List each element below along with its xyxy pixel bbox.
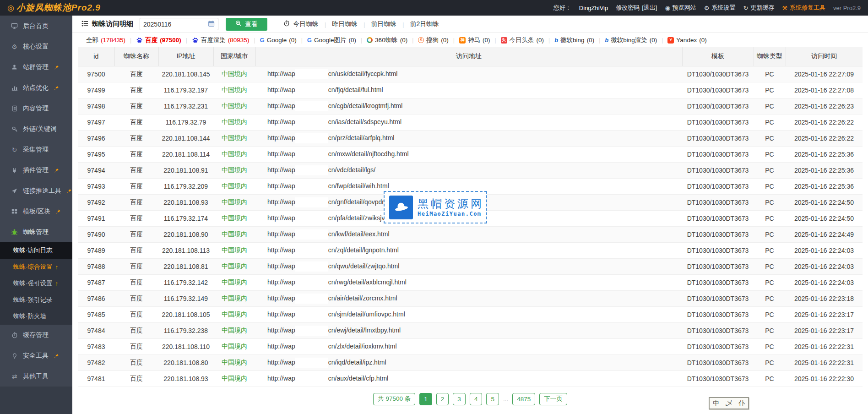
url-suffix: cn/fjq/detail/ful.html [328,86,383,93]
sidebar-item-label: 站群管理 [23,63,49,71]
sidebar-item-links-keywords[interactable]: 外链/关键词 [0,119,72,139]
cell-spider-name: 百度 [114,82,158,98]
ime-mode-icon[interactable]: 乄 [726,399,732,408]
page-button-4[interactable]: 4 [470,393,483,405]
filter-count: (0) [650,37,657,44]
cell-spider-name: 百度 [114,114,158,130]
sidebar-item-label: 站点优化 [23,84,49,92]
submenu-item-spider-force-records[interactable]: 蜘蛛·强引记录 [0,292,72,308]
sidebar-item-site-optimize[interactable]: 站点优化 [0,77,72,98]
sidebar-item-site-group[interactable]: 站群管理 [0,57,72,77]
filter-item-sogou[interactable]: S搜狗(0) [413,36,453,44]
censored-domain [295,101,328,111]
filter-item-so360[interactable]: 360蜘蛛(0) [362,36,412,44]
page-button-1[interactable]: 1 [419,393,432,405]
filter-item-bing-render[interactable]: b微软bing渲染(0) [600,36,662,44]
submenu-item-spider-force-settings[interactable]: 蜘蛛·强引设置↑ [0,275,72,292]
url-suffix: cn/qwu/detail/zwjtqo.html [328,262,400,269]
filter-label: 百度 [145,36,157,44]
region-label: 中国境内 [222,182,247,190]
filter-item-bing[interactable]: b微软bing(0) [550,36,599,44]
filter-item-baidu[interactable]: 百度(97500) [131,36,186,44]
tab-yesterday-spiders[interactable]: 昨日蜘蛛 [326,20,363,28]
submenu-item-spider-firewall[interactable]: 蜘蛛·防火墙 [0,308,72,325]
next-page-button[interactable]: 下一页 [539,393,567,405]
ime-chinese-mode[interactable]: 中 [713,399,719,408]
ime-halfwidth-icon[interactable]: 仆 [738,399,745,408]
censored-domain [295,342,328,352]
filter-count: (0) [289,37,297,44]
url-prefix: http://wap [267,342,295,349]
cell-visit-time: 2025-01-16 22:23:18 [786,290,863,306]
submenu-item-spider-general-settings[interactable]: 蜘蛛·综合设置↑ [0,259,72,275]
page-button-last[interactable]: 4875 [512,393,535,405]
page-button-5[interactable]: 5 [486,393,499,405]
tab-day-before-spiders[interactable]: 前日蜘蛛 [365,20,402,28]
sidebar-item-dashboard[interactable]: 后台首页 [0,16,72,36]
filter-item-toutiao[interactable]: 头今日头条(0) [496,36,549,44]
sidebar-item-security-tools[interactable]: 安全工具 [0,345,72,366]
cell-visit-url: http://wapcn/cgb/detail/krogtmfj.html [255,98,682,114]
calendar-icon[interactable] [208,20,215,28]
url-prefix: http://wap [267,86,295,93]
sidebar-item-other-tools[interactable]: ⇄其他工具 [0,366,72,387]
filter-item-shenma[interactable]: 神神马(0) [455,36,495,44]
filter-item-baidu-render[interactable]: 百度渲染(80935) [187,36,254,44]
sidebar-item-collect-manage[interactable]: ↻采集管理 [0,139,72,160]
cell-template: DT1030/1030DT3673 [682,146,754,162]
filter-item-yandex[interactable]: YYandex(0) [663,37,711,44]
url-prefix: http://wap [267,182,295,189]
table-row: 97494百度220.181.108.91中国境内http://wapcn/vd… [78,162,863,178]
region-label: 中国境内 [222,102,247,109]
refresh-cache-link[interactable]: ↻更新缓存 [743,4,774,12]
tab-today-spiders[interactable]: 今日蜘蛛 [277,20,325,28]
cell-visit-url: http://wapcn/air/detail/zorcmx.html [255,290,682,306]
preview-icon: ◉ [665,5,670,11]
repair-tool-link[interactable]: ⚒系统修复工具 [782,4,825,12]
sidebar-item-link-push[interactable]: 链接推送工具 [0,180,72,201]
ime-language-bar[interactable]: 中 乄 仆 [709,397,749,409]
cell-region: 中国境内 [213,210,255,226]
change-password-link[interactable]: 修改密码[退出] [616,4,657,12]
preview-site-link[interactable]: ◉预览网站 [665,4,696,12]
sidebar-item-template-blocks[interactable]: 模板/区块 [0,201,72,222]
cell-ip: 116.179.32.209 [158,178,213,194]
submenu-item-spider-visit-log[interactable]: 蜘蛛·访问日志 [0,242,72,259]
col-header-id: id [78,47,114,66]
url-suffix: cn/prz/detail/arfplq.html [328,134,395,141]
filter-label: 360蜘蛛 [375,36,398,44]
cell-visit-time: 2025-01-16 22:24:03 [786,274,863,290]
url-prefix: http://wap [267,134,295,141]
app-logo: ◎ 小旋风蜘蛛池Pro2.9 [7,2,101,14]
system-settings-link[interactable]: ⚙系统设置 [704,4,736,12]
filter-item-google[interactable]: GGoogle(0) [255,37,301,44]
sidebar-item-cache-manage[interactable]: 缓存管理 [0,325,72,345]
table-row: 97496百度220.181.108.144中国境内http://wapcn/p… [78,130,863,146]
cell-visit-time: 2025-01-16 22:24:50 [786,210,863,226]
page-button-3[interactable]: 3 [453,393,466,405]
sidebar-item-spider-manage[interactable]: 蜘蛛管理 [0,222,72,242]
logout-link[interactable]: [退出] [642,4,657,12]
cell-ip: 116.179.32.149 [158,290,213,306]
bar-chart-icon [11,85,18,91]
cell-id: 97494 [78,162,114,178]
date-input[interactable]: 20250116 [140,18,218,30]
cell-id: 97488 [78,258,114,274]
cell-spider-type: PC [754,146,786,162]
cell-visit-time: 2025-01-16 22:25:36 [786,178,863,194]
cell-visit-url: http://wapcn/zlx/detail/ioxkmv.html [255,338,682,354]
filter-count: (0) [537,37,544,44]
cell-region: 中国境内 [213,322,255,338]
cell-template: DT1030/1030DT3673 [682,274,754,290]
filter-item-google-image[interactable]: GGoogle图片(0) [303,36,361,44]
view-button[interactable]: 查看 [226,18,267,31]
sidebar-item-content-manage[interactable]: 内容管理 [0,98,72,119]
vortex-icon: ◎ [7,4,14,12]
filter-item-all[interactable]: 全部(178435) [81,36,130,44]
tab-two-days-before-spiders[interactable]: 前2日蜘蛛 [404,20,445,28]
sidebar-item-core-settings[interactable]: ⚙核心设置 [0,36,72,57]
sidebar-item-plugin-manage[interactable]: 插件管理 [0,160,72,180]
page-button-2[interactable]: 2 [436,393,449,405]
pin-icon [54,168,59,173]
cell-template: DT1030/1030DT3673 [682,354,754,370]
